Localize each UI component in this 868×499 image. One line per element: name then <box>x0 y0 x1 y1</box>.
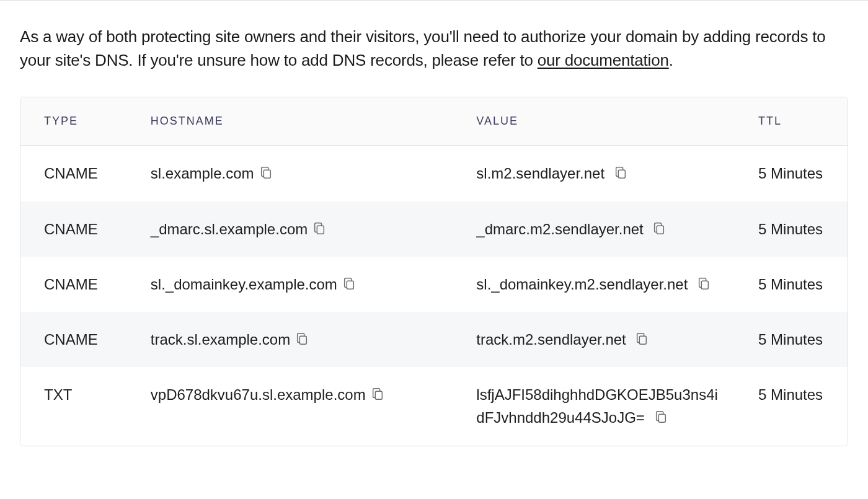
copy-icon[interactable] <box>342 274 356 289</box>
table-row: CNAME_dmarc.sl.example.com_dmarc.m2.send… <box>20 201 848 257</box>
cell-ttl: 5 Minutes <box>735 312 848 367</box>
cell-value: sl.m2.sendlayer.net <box>453 146 735 201</box>
cell-type: CNAME <box>20 312 127 367</box>
table-header-ttl: TTL <box>735 97 848 146</box>
cell-value: _dmarc.m2.sendlayer.net <box>453 201 735 257</box>
intro-prefix: As a way of both protecting site owners … <box>20 27 826 69</box>
table-row: CNAMEsl.example.comsl.m2.sendlayer.net 5… <box>20 146 848 201</box>
cell-type: CNAME <box>20 257 127 312</box>
table-header-hostname: HOSTNAME <box>127 97 453 146</box>
hostname-text: _dmarc.sl.example.com <box>151 221 308 237</box>
cell-ttl: 5 Minutes <box>735 201 848 257</box>
svg-rect-6 <box>300 336 307 344</box>
intro-suffix: . <box>669 51 673 69</box>
cell-hostname: track.sl.example.com <box>127 312 453 367</box>
cell-value: track.m2.sendlayer.net <box>453 312 735 367</box>
copy-icon[interactable] <box>614 163 627 178</box>
hostname-text: track.sl.example.com <box>151 331 290 348</box>
copy-icon[interactable] <box>312 219 326 234</box>
cell-hostname: sl._domainkey.example.com <box>127 257 453 312</box>
intro-paragraph: As a way of both protecting site owners … <box>20 25 848 72</box>
cell-hostname: sl.example.com <box>127 146 453 201</box>
svg-rect-3 <box>657 226 664 234</box>
value-text: sl.m2.sendlayer.net <box>476 165 604 182</box>
svg-rect-0 <box>264 170 270 179</box>
dns-records-table: TYPE HOSTNAME VALUE TTL CNAMEsl.example.… <box>20 97 848 446</box>
svg-rect-1 <box>618 170 625 179</box>
copy-icon[interactable] <box>654 407 668 422</box>
cell-ttl: 5 Minutes <box>735 367 848 445</box>
copy-icon[interactable] <box>259 163 273 178</box>
cell-hostname: vpD678dkvu67u.sl.example.com <box>127 367 453 445</box>
cell-hostname: _dmarc.sl.example.com <box>127 201 453 257</box>
svg-rect-4 <box>347 281 353 289</box>
value-text: sl._domainkey.m2.sendlayer.net <box>476 276 688 293</box>
svg-rect-8 <box>375 391 382 399</box>
value-text: track.m2.sendlayer.net <box>476 331 626 348</box>
cell-ttl: 5 Minutes <box>735 146 848 201</box>
cell-value: sl._domainkey.m2.sendlayer.net <box>453 257 735 312</box>
cell-type: CNAME <box>20 201 127 257</box>
copy-icon[interactable] <box>295 329 309 344</box>
copy-icon[interactable] <box>652 219 666 234</box>
svg-rect-9 <box>658 415 665 423</box>
copy-icon[interactable] <box>697 274 711 289</box>
cell-type: CNAME <box>20 146 127 201</box>
cell-type: TXT <box>20 367 127 445</box>
value-text: _dmarc.m2.sendlayer.net <box>476 221 643 237</box>
svg-rect-2 <box>317 226 324 234</box>
table-row: CNAMEsl._domainkey.example.comsl._domain… <box>20 257 848 312</box>
table-row: TXTvpD678dkvu67u.sl.example.comlsfjAJFI5… <box>20 367 848 445</box>
content-container: As a way of both protecting site owners … <box>0 1 868 466</box>
table-row: CNAMEtrack.sl.example.comtrack.m2.sendla… <box>20 312 848 367</box>
dns-table-body: CNAMEsl.example.comsl.m2.sendlayer.net 5… <box>20 146 848 445</box>
svg-rect-5 <box>701 281 708 289</box>
hostname-text: vpD678dkvu67u.sl.example.com <box>151 386 366 403</box>
copy-icon[interactable] <box>371 384 384 399</box>
cell-ttl: 5 Minutes <box>735 257 848 312</box>
table-header-type: TYPE <box>20 97 127 146</box>
hostname-text: sl.example.com <box>151 165 254 182</box>
hostname-text: sl._domainkey.example.com <box>151 276 337 293</box>
copy-icon[interactable] <box>635 329 649 344</box>
table-header-value: VALUE <box>453 97 735 146</box>
svg-rect-7 <box>640 336 647 344</box>
documentation-link[interactable]: our documentation <box>538 51 669 69</box>
value-text: lsfjAJFI58dihghhdDGKOEJB5u3ns4idFJvhnddh… <box>476 386 718 426</box>
cell-value: lsfjAJFI58dihghhdDGKOEJB5u3ns4idFJvhnddh… <box>453 367 735 445</box>
